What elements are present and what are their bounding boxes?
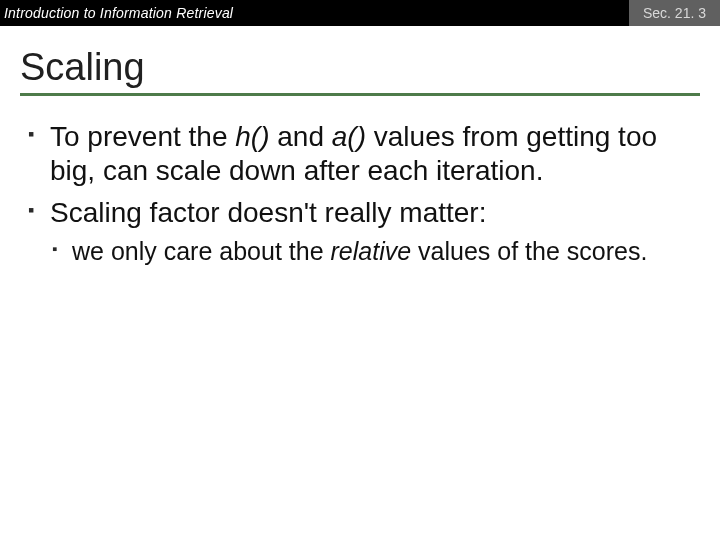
italic-a: a()	[332, 121, 366, 152]
text-fragment: and	[269, 121, 331, 152]
italic-h: h()	[235, 121, 269, 152]
text-fragment: we only care about the	[72, 237, 331, 265]
italic-relative: relative	[331, 237, 412, 265]
page-title: Scaling	[20, 46, 700, 89]
text-fragment: Scaling factor doesn't really matter:	[50, 197, 486, 228]
text-fragment: values of the scores.	[411, 237, 647, 265]
title-block: Scaling	[0, 26, 720, 102]
sub-bullet-list: we only care about the relative values o…	[50, 236, 694, 267]
bullet-item-1: To prevent the h() and a() values from g…	[26, 120, 694, 188]
header-section: Sec. 21. 3	[629, 0, 720, 26]
bullet-list: To prevent the h() and a() values from g…	[26, 120, 694, 267]
sub-bullet-item-1: we only care about the relative values o…	[50, 236, 694, 267]
title-underline	[20, 93, 700, 96]
bullet-item-2: Scaling factor doesn't really matter: we…	[26, 196, 694, 267]
body-content: To prevent the h() and a() values from g…	[0, 102, 720, 267]
text-fragment: To prevent the	[50, 121, 235, 152]
header-subject: Introduction to Information Retrieval	[0, 5, 233, 21]
header-bar: Introduction to Information Retrieval Se…	[0, 0, 720, 26]
